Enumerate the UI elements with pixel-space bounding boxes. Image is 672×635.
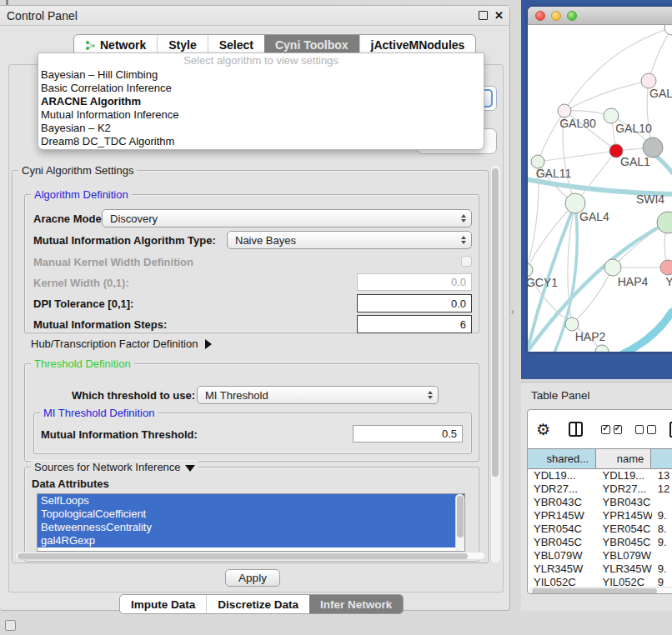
network-edge[interactable]	[564, 81, 649, 111]
data-attribute-item[interactable]: TopologicalCoefficient	[38, 508, 464, 521]
attributes-scrollbar-thumb[interactable]	[457, 496, 464, 538]
table-hscrollbar-thumb[interactable]	[532, 588, 657, 594]
network-node-y[interactable]	[660, 260, 672, 275]
table-row[interactable]: YLR345WYLR345W9.	[528, 562, 672, 576]
settings-vscrollbar-thumb[interactable]	[492, 168, 499, 477]
close-traffic-light-icon[interactable]	[535, 11, 545, 21]
spinner-arrows-icon	[461, 236, 466, 244]
algorithm-option[interactable]: Dream8 DC_TDC Algorithm	[38, 135, 484, 148]
unchecked-box-icon[interactable]	[647, 425, 655, 434]
which-threshold-label: Which threshold to use:	[72, 389, 195, 402]
mi-algorithm-type-combobox[interactable]: Naive Bayes	[227, 231, 472, 249]
apply-button[interactable]: Apply	[225, 569, 280, 587]
mi-steps-field[interactable]: 6	[357, 315, 472, 333]
manual-kernel-width-checkbox[interactable]	[461, 256, 472, 267]
hub-definition-expander[interactable]: Hub/Transcription Factor Definition	[31, 338, 212, 350]
network-node-gal80[interactable]	[558, 104, 571, 118]
table-cell: 12	[652, 482, 672, 496]
table-row[interactable]: YBR043CYBR043C	[528, 496, 672, 509]
table-row[interactable]: YDL19...YDL19...13	[528, 469, 672, 482]
cyni-algorithm-settings-legend: Cyni Algorithm Settings	[18, 164, 137, 177]
gear-icon[interactable]: ⚙	[536, 420, 550, 439]
settings-horizontal-scrollbar[interactable]	[15, 552, 485, 560]
network-node-hap2[interactable]	[565, 318, 579, 331]
network-node-hap4[interactable]	[604, 259, 621, 276]
spinner-arrows-icon	[428, 391, 433, 399]
attributes-list-scrollbar[interactable]	[455, 494, 464, 551]
tab-discretize-data[interactable]: Discretize Data	[206, 595, 309, 613]
table-cell: YBL079W	[597, 549, 652, 562]
data-attributes-list[interactable]: SelfLoopsTopologicalCoefficientBetweenne…	[37, 493, 465, 552]
network-node-label: GCY1	[528, 276, 558, 289]
table-horizontal-scrollbar[interactable]	[529, 587, 672, 594]
table-cell: YLR345W	[597, 562, 652, 576]
network-edge[interactable]	[538, 151, 616, 162]
tab-label: Style	[168, 38, 196, 52]
table-header-row: shared...name	[528, 448, 672, 469]
network-edge[interactable]	[624, 312, 672, 352]
table-window: ⚙ shared...name YDL19...YDL19...13YDR27.…	[527, 409, 672, 594]
control-panel-window: Control Panel ✕ NetworkStyleSelectCyni T…	[0, 5, 510, 611]
algorithm-option[interactable]: Bayesian – K2	[38, 122, 484, 135]
data-attribute-item[interactable]: BetweennessCentrality	[38, 521, 464, 534]
column-header-col2[interactable]	[651, 449, 672, 468]
algorithm-option[interactable]: ARACNE Algorithm	[38, 95, 484, 108]
mi-threshold-field[interactable]: 0.5	[353, 425, 463, 442]
collapsed-panel-icon[interactable]	[5, 620, 16, 631]
network-node-label: HAP2	[575, 330, 606, 343]
mi-threshold-definition-group: MI Threshold Definition Mutual Informati…	[33, 412, 472, 454]
data-attribute-item[interactable]: SelfLoops	[38, 494, 464, 508]
network-edge[interactable]	[649, 28, 672, 81]
tab-impute-data[interactable]: Impute Data	[120, 595, 206, 613]
table-row[interactable]: YDR27...YDR27...12	[528, 482, 672, 496]
column-header-shared...[interactable]: shared...	[528, 449, 596, 468]
aracne-mode-combobox[interactable]: Discovery	[102, 209, 472, 228]
settings-hscrollbar-thumb[interactable]	[18, 553, 468, 559]
settings-vertical-scrollbar[interactable]	[490, 166, 500, 562]
mi-threshold-definition-legend: MI Threshold Definition	[40, 407, 158, 419]
panel-divider-handle[interactable]: ‹	[511, 305, 518, 318]
algorithm-option[interactable]: Bayesian – Hill Climbing	[38, 68, 484, 82]
hub-definition-label: Hub/Transcription Factor Definition	[31, 338, 198, 350]
columns-icon[interactable]	[569, 422, 583, 437]
spinner-arrows-icon	[461, 214, 466, 222]
mi-algorithm-type-label: Mutual Information Algorithm Type:	[33, 234, 216, 247]
close-panel-icon[interactable]: ✕	[494, 11, 504, 20]
checked-box-icon[interactable]	[614, 425, 622, 434]
table-row[interactable]: YBR045CYBR045C9.	[528, 536, 672, 549]
dpi-tolerance-field[interactable]: 0.0	[357, 294, 472, 312]
algorithm-definition-legend: Algorithm Definition	[31, 188, 132, 201]
zoom-traffic-light-icon[interactable]	[567, 11, 577, 21]
which-threshold-combobox[interactable]: MI Threshold	[197, 386, 439, 404]
sources-legend[interactable]: Sources for Network Inference	[31, 461, 198, 473]
mi-steps-label: Mutual Information Steps:	[33, 318, 167, 331]
manual-kernel-width-label: Manual Kernel Width Definition	[33, 256, 193, 268]
algorithm-option[interactable]: Mutual Information Inference	[38, 108, 484, 122]
table-cell	[652, 549, 672, 562]
table-cell: YBR045C	[528, 536, 597, 549]
checked-box-icon[interactable]	[601, 425, 609, 434]
network-view-panel: GAL2GAL80GAL10GAL1GAL11SWI4GAL4GCY1HAP4Y…	[521, 0, 672, 379]
network-node[interactable]	[664, 25, 672, 35]
table-row[interactable]: YER054CYER054C8.	[528, 522, 672, 536]
aracne-mode-label: Aracne Mode:	[33, 212, 105, 225]
network-canvas[interactable]: GAL2GAL80GAL10GAL1GAL11SWI4GAL4GCY1HAP4Y…	[528, 25, 672, 352]
float-window-icon[interactable]	[479, 11, 488, 20]
network-window-titlebar[interactable]	[528, 7, 672, 25]
network-node-gcy1[interactable]	[528, 263, 533, 277]
minimize-traffic-light-icon[interactable]	[551, 11, 561, 21]
table-row[interactable]: YPR145WYPR145W9.	[528, 509, 672, 522]
network-node-label: HAP4	[618, 275, 649, 288]
tab-label: Select	[219, 38, 253, 52]
algorithm-option[interactable]: Basic Correlation Inference	[38, 82, 484, 95]
table-row[interactable]: YBL079WYBL079W	[528, 549, 672, 562]
table-cell: YDR27...	[597, 482, 652, 496]
kernel-width-field[interactable]: 0.0	[357, 273, 472, 291]
data-attribute-item[interactable]: gal4RGexp	[38, 534, 464, 548]
unchecked-box-icon[interactable]	[635, 425, 644, 434]
network-node-swi4[interactable]	[657, 212, 672, 233]
network-node-label: GAL1	[620, 155, 650, 168]
tab-infer-network[interactable]: Infer Network	[309, 595, 403, 613]
column-header-name[interactable]: name	[596, 449, 651, 468]
cyni-algorithm-settings-group: Cyni Algorithm Settings Algorithm Defini…	[12, 170, 489, 563]
